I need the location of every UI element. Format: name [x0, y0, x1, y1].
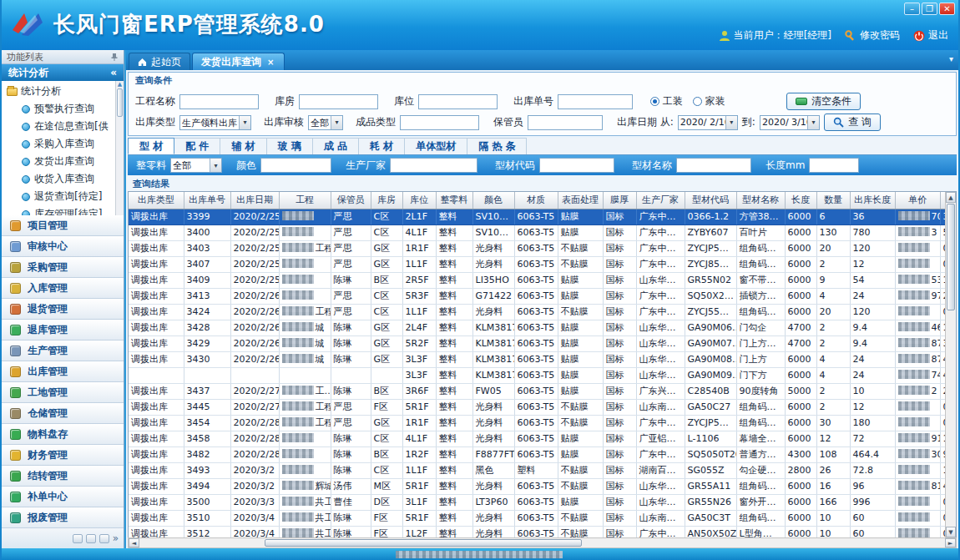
outbound-audit-select[interactable]: 全部 ▾	[308, 115, 343, 130]
pin-icon[interactable]	[110, 53, 119, 61]
column-header[interactable]: 表面处理	[558, 192, 603, 209]
project-name-input[interactable]	[179, 94, 259, 109]
minimize-button[interactable]: –	[904, 3, 920, 15]
column-header[interactable]: 工程	[279, 192, 331, 209]
column-header[interactable]: 出库长度	[850, 192, 895, 209]
sidebar-item-退货管理[interactable]: 退货管理	[2, 299, 124, 320]
tab-shipping-outbound-query[interactable]: 发货出库查询 ×	[192, 53, 285, 70]
table-row[interactable]: 调拨出库34032020/2/25工程严思G区1R1F整料光身料6063-T5不…	[129, 240, 945, 256]
sidebar-item-出库管理[interactable]: 出库管理	[2, 361, 124, 382]
logout-button[interactable]: 退出	[913, 28, 948, 43]
table-row[interactable]: 调拨出库34932020/3/2陈琳C区1L1F整料黑色塑料不贴膜国标湖南百…S…	[129, 462, 945, 478]
column-header[interactable]: 库房	[371, 192, 402, 209]
collapse-icon[interactable]: «	[110, 67, 117, 78]
table-row[interactable]: 调拨出库34002020/2/25严思C区4L1F整料SV10…6063-T5贴…	[129, 225, 945, 240]
sidebar-item-仓储管理[interactable]: 仓储管理	[2, 403, 124, 424]
material-tab[interactable]: 配 件	[174, 138, 220, 154]
tree-root-statistics[interactable]: 统计分析	[7, 83, 124, 100]
sidebar-item-物料盘存[interactable]: 物料盘存	[2, 424, 124, 445]
keeper-input[interactable]	[528, 115, 603, 130]
vertical-scrollbar[interactable]: ▲ ▼	[945, 192, 956, 537]
maximize-button[interactable]: ❐	[922, 3, 937, 15]
table-row[interactable]: 调拨出库35102020/3/4共工程陈琳F区5R1F整料光身料6063-T5不…	[129, 510, 945, 526]
location-input[interactable]	[418, 94, 498, 109]
table-row[interactable]: 调拨出库34292020/2/26城陈琳G区5R2F整料KLM38176063-…	[129, 335, 945, 351]
tree-item[interactable]: 发货出库查询	[7, 153, 124, 170]
table-row[interactable]: 调拨出库34072020/2/25严思G区1L1F整料光身料6063-T5不贴膜…	[129, 256, 945, 272]
tree-item[interactable]: 收货入库查询	[7, 170, 124, 188]
sidebar-item-采购管理[interactable]: 采购管理	[2, 257, 124, 278]
tree-item[interactable]: 在途信息查询[供	[7, 118, 124, 135]
horizontal-scrollbar[interactable]: ◄ ►	[128, 537, 957, 548]
search-button[interactable]: 查 询	[824, 114, 881, 131]
column-header[interactable]: 保管员	[331, 192, 371, 209]
date-to-picker[interactable]: 2020/ 3/16 ▾	[760, 115, 820, 130]
chevron-down-icon[interactable]: ▾	[807, 116, 819, 129]
sidebar-item-工地管理[interactable]: 工地管理	[2, 382, 124, 403]
table-row[interactable]: 调拨出库34242020/2/26工程严思C区1L1F整料光身料6063-T5不…	[129, 304, 945, 320]
product-type-input[interactable]	[400, 115, 479, 130]
radio-jiazhuang[interactable]	[693, 97, 702, 106]
table-row[interactable]: 调拨出库33992020/2/25严思C区2L1F整料SV10…6063-T5贴…	[129, 209, 945, 225]
date-from-picker[interactable]: 2020/ 2/16 ▾	[678, 115, 738, 130]
material-tab[interactable]: 型 材	[128, 138, 174, 154]
table-row[interactable]: 调拨出库34282020/2/26城陈琳G区2L4F整料KLM38176063-…	[129, 320, 945, 335]
tree-item[interactable]: 预警执行查询	[7, 100, 124, 118]
material-tab[interactable]: 耗 材	[359, 138, 405, 154]
table-row[interactable]: 调拨出库35122020/3/4共工程陈琳F区1L2F整料光身料6063-T5不…	[129, 526, 945, 537]
outbound-type-select[interactable]: 生产领料出库 ▾	[179, 115, 251, 130]
sidebar-item-退库管理[interactable]: 退库管理	[2, 320, 124, 341]
whole-piece-select[interactable]: 全部 ▾	[170, 158, 222, 173]
scroll-down-icon[interactable]: ▼	[946, 527, 956, 537]
column-header[interactable]: 出库日期	[230, 192, 279, 209]
table-row[interactable]: 调拨出库34372020/2/27工…陈琳B区3R6F整料FW056063-T5…	[129, 383, 945, 399]
sidebar-item-项目管理[interactable]: 项目管理	[2, 215, 124, 236]
table-row[interactable]: 调拨出库34942020/3/2辉城汤伟M区5R1F整料光身料6063-T5不贴…	[129, 478, 945, 494]
chevron-down-icon[interactable]: ▾	[725, 116, 737, 129]
chevron-down-icon[interactable]: ▾	[239, 116, 250, 129]
material-tab[interactable]: 辅 材	[220, 138, 266, 154]
radio-gongzhuang[interactable]	[650, 97, 659, 106]
table-row[interactable]: 调拨出库34132020/2/26严思C区5R3F整料G714226063-T5…	[129, 288, 945, 304]
table-row[interactable]: 调拨出库34822020/2/28陈琳B区1R2F整料F8877FT6063-T…	[129, 446, 945, 462]
column-header[interactable]: 型材代码	[685, 192, 736, 209]
sidebar-item-入库管理[interactable]: 入库管理	[2, 278, 124, 299]
table-row[interactable]: 调拨出库34092020/2/25陈琳B区2R5F整料LI35HO6063-T5…	[129, 272, 945, 288]
table-row[interactable]: 3L3F整料KLM38176063-T5贴膜国标山东华…GA90M09…门下方6…	[129, 367, 945, 383]
material-tab[interactable]: 隔 热 条	[467, 138, 527, 154]
column-header[interactable]: 材质	[514, 192, 558, 209]
sidebar-item-结转管理[interactable]: 结转管理	[2, 466, 124, 487]
column-header[interactable]: 库位	[402, 192, 436, 209]
tab-close-icon[interactable]: ×	[265, 58, 275, 67]
material-tab[interactable]: 单体型材	[405, 138, 467, 154]
table-row[interactable]: 调拨出库34542020/2/28工程严思G区1R1F整料光身料6063-T5不…	[129, 415, 945, 431]
column-header[interactable]: 整零料	[436, 192, 472, 209]
tree-item[interactable]: 退货查询[待定]	[7, 188, 124, 205]
mini-doc-icon[interactable]	[99, 534, 109, 543]
warehouse-input[interactable]	[299, 94, 378, 109]
column-header[interactable]: 生产厂家	[636, 192, 685, 209]
material-tab[interactable]: 玻 璃	[267, 138, 313, 154]
table-row[interactable]: 调拨出库34302020/2/26城陈琳G区3L3F整料KLM38176063-…	[129, 351, 945, 367]
profile-code-input[interactable]	[539, 158, 614, 173]
change-password-link[interactable]: 修改密码	[845, 28, 900, 43]
length-input[interactable]	[809, 158, 859, 173]
scroll-up-icon[interactable]: ▲	[946, 192, 956, 203]
sidebar-item-财务管理[interactable]: 财务管理	[2, 445, 124, 466]
sidebar-item-生产管理[interactable]: 生产管理	[2, 341, 124, 361]
color-input[interactable]	[260, 158, 331, 173]
column-header[interactable]: 颜色	[472, 192, 514, 209]
column-header[interactable]: 单价	[895, 192, 940, 209]
column-header[interactable]: 型材名称	[736, 192, 785, 209]
table-row[interactable]: 调拨出库35002020/3/3共工程曹佳D区3L1F整料LT3P606063-…	[129, 494, 945, 510]
tree-scrollbar[interactable]: ▲	[115, 81, 124, 215]
tab-home[interactable]: 起始页	[129, 53, 190, 70]
column-header[interactable]: 长度	[785, 192, 816, 209]
chevron-down-icon[interactable]: ▾	[331, 116, 342, 129]
footer-chevron-icon[interactable]: »	[113, 532, 119, 544]
order-no-input[interactable]	[558, 94, 633, 109]
table-row[interactable]: 调拨出库34582020/2/28陈琳C区4L1F整料光身料6063-T5贴膜国…	[129, 431, 945, 446]
tree-item[interactable]: 库存管理[待定]	[7, 205, 124, 215]
tree-item[interactable]: 采购入库查询	[7, 135, 124, 153]
profile-name-input[interactable]	[676, 158, 751, 173]
